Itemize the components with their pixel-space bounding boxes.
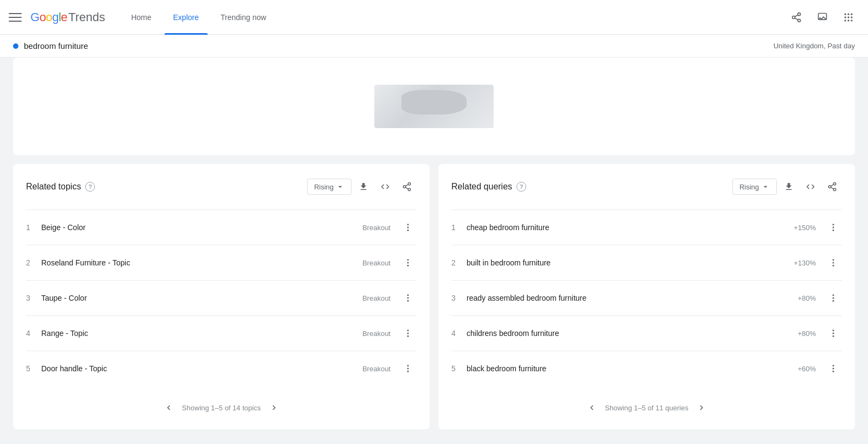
more-vert-icon bbox=[828, 258, 838, 268]
apps-button[interactable] bbox=[838, 7, 859, 28]
row-more-button[interactable] bbox=[825, 289, 842, 307]
queries-list: 1 cheap bedroom furniture +150% 2 built … bbox=[451, 210, 842, 386]
svg-point-16 bbox=[403, 186, 406, 188]
row-more-button[interactable] bbox=[399, 289, 417, 307]
more-vert-icon bbox=[403, 223, 413, 232]
nav-home[interactable]: Home bbox=[123, 9, 160, 26]
topics-download-button[interactable] bbox=[354, 177, 373, 196]
row-rank: 2 bbox=[26, 258, 37, 267]
main-content: Related topics ? Rising bbox=[0, 58, 868, 442]
svg-point-44 bbox=[833, 262, 834, 264]
svg-point-22 bbox=[407, 230, 409, 231]
table-row: 2 built in bedroom furniture +130% bbox=[451, 245, 842, 280]
queries-share-button[interactable] bbox=[822, 177, 842, 196]
chevron-right-icon bbox=[269, 403, 279, 413]
row-value: +150% bbox=[789, 224, 816, 232]
topics-filter-dropdown[interactable]: Rising bbox=[307, 179, 352, 195]
row-more-button[interactable] bbox=[399, 325, 417, 342]
row-label: built in bedroom furniture bbox=[467, 258, 784, 267]
svg-point-1 bbox=[793, 16, 795, 18]
svg-point-34 bbox=[407, 371, 409, 372]
table-row: 5 black bedroom furniture +60% bbox=[451, 351, 842, 386]
nav-explore[interactable]: Explore bbox=[164, 9, 207, 26]
svg-point-9 bbox=[845, 16, 846, 18]
more-vert-icon bbox=[403, 258, 413, 268]
row-rank: 4 bbox=[451, 329, 462, 338]
queries-actions: Rising bbox=[732, 177, 842, 196]
queries-embed-button[interactable] bbox=[801, 177, 820, 196]
svg-point-7 bbox=[847, 13, 849, 15]
svg-point-29 bbox=[407, 329, 409, 331]
svg-point-11 bbox=[851, 16, 852, 18]
svg-point-24 bbox=[407, 262, 409, 264]
chevron-down-icon bbox=[761, 182, 770, 191]
queries-next-button[interactable] bbox=[693, 399, 710, 416]
row-rank: 2 bbox=[451, 258, 462, 267]
row-rank: 5 bbox=[451, 364, 462, 373]
svg-point-52 bbox=[833, 365, 834, 366]
row-more-button[interactable] bbox=[399, 219, 417, 236]
logo: Google Trends bbox=[30, 10, 105, 24]
row-more-button[interactable] bbox=[825, 325, 842, 342]
queries-download-button[interactable] bbox=[779, 177, 799, 196]
row-more-button[interactable] bbox=[399, 360, 417, 377]
share-button[interactable] bbox=[786, 7, 807, 28]
row-label: black bedroom furniture bbox=[467, 364, 784, 373]
row-label: cheap bedroom furniture bbox=[467, 223, 784, 232]
menu-icon[interactable] bbox=[9, 11, 22, 24]
row-badge: Breakout bbox=[362, 365, 391, 373]
svg-point-49 bbox=[833, 329, 834, 331]
more-vert-icon bbox=[403, 364, 413, 373]
table-row: 2 Roseland Furniture - Topic Breakout bbox=[26, 245, 417, 280]
queries-filter-dropdown[interactable]: Rising bbox=[732, 179, 777, 195]
row-more-button[interactable] bbox=[399, 254, 417, 271]
svg-point-14 bbox=[851, 20, 852, 21]
feedback-button[interactable] bbox=[812, 7, 833, 28]
row-more-button[interactable] bbox=[825, 360, 842, 377]
row-label: Roseland Furniture - Topic bbox=[41, 258, 358, 267]
svg-point-45 bbox=[833, 265, 834, 267]
svg-line-19 bbox=[405, 185, 408, 186]
svg-point-20 bbox=[407, 224, 409, 225]
more-vert-icon bbox=[828, 364, 838, 373]
topics-next-button[interactable] bbox=[265, 399, 283, 416]
related-queries-title: Related queries bbox=[451, 182, 512, 192]
download-icon bbox=[359, 182, 368, 192]
svg-point-51 bbox=[833, 335, 834, 337]
row-rank: 3 bbox=[451, 294, 462, 302]
svg-point-2 bbox=[798, 19, 801, 22]
queries-help-icon[interactable]: ? bbox=[516, 182, 526, 192]
svg-line-4 bbox=[795, 15, 798, 16]
related-queries-header: Related queries ? Rising bbox=[451, 177, 842, 196]
share-icon bbox=[402, 182, 412, 192]
table-row: 1 Beige - Color Breakout bbox=[26, 210, 417, 245]
table-row: 4 childrens bedroom furniture +80% bbox=[451, 315, 842, 351]
svg-point-21 bbox=[407, 227, 409, 229]
row-rank: 4 bbox=[26, 329, 37, 338]
svg-point-30 bbox=[407, 333, 409, 334]
topics-title-group: Related topics ? bbox=[26, 182, 95, 192]
topics-embed-button[interactable] bbox=[375, 177, 395, 196]
svg-point-17 bbox=[408, 188, 411, 191]
row-more-button[interactable] bbox=[825, 254, 842, 271]
svg-point-36 bbox=[828, 186, 831, 188]
svg-point-26 bbox=[407, 294, 409, 296]
topics-prev-button[interactable] bbox=[160, 399, 177, 416]
topics-share-button[interactable] bbox=[397, 177, 417, 196]
share-icon bbox=[827, 182, 837, 192]
row-value: +130% bbox=[789, 259, 816, 267]
queries-title-group: Related queries ? bbox=[451, 182, 526, 192]
logo-trends-text: Trends bbox=[68, 10, 105, 24]
svg-line-3 bbox=[795, 18, 798, 20]
topics-help-icon[interactable]: ? bbox=[85, 182, 95, 192]
related-topics-header: Related topics ? Rising bbox=[26, 177, 417, 196]
svg-point-6 bbox=[845, 13, 846, 15]
svg-point-25 bbox=[407, 265, 409, 267]
row-more-button[interactable] bbox=[825, 219, 842, 236]
nav-trending[interactable]: Trending now bbox=[212, 9, 275, 26]
more-vert-icon bbox=[828, 223, 838, 232]
feedback-icon bbox=[817, 12, 828, 23]
more-vert-icon bbox=[403, 293, 413, 303]
queries-prev-button[interactable] bbox=[583, 399, 601, 416]
download-icon bbox=[784, 182, 794, 192]
